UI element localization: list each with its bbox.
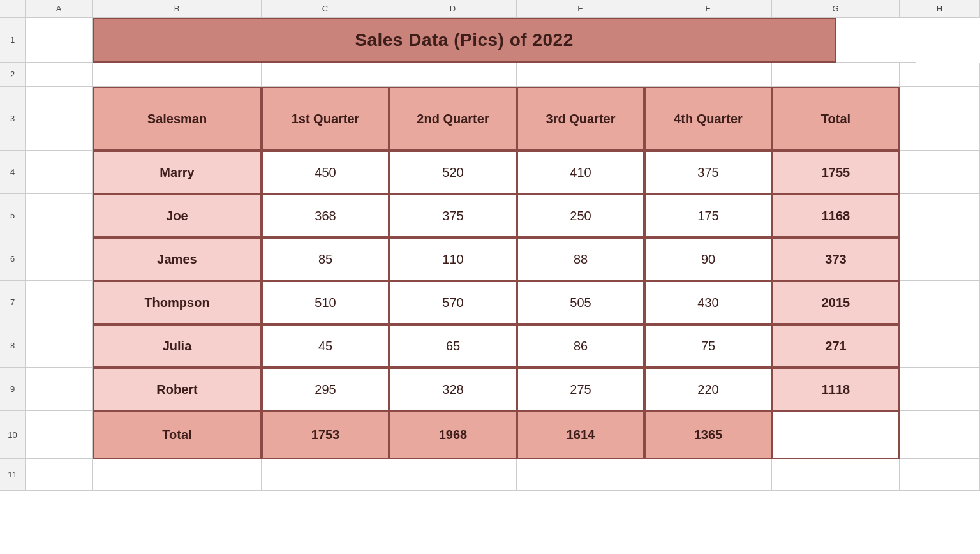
cell-q1-7[interactable]: 510 (262, 281, 389, 324)
cell-a4[interactable] (26, 151, 93, 194)
cell-salesman-6[interactable]: James (93, 237, 262, 281)
row-header-4: 4 (0, 151, 26, 194)
cell-h6[interactable] (900, 237, 980, 281)
cell-q3-9[interactable]: 275 (517, 368, 644, 411)
cell-b2[interactable] (93, 63, 262, 87)
cell-salesman-9[interactable]: Robert (93, 368, 262, 411)
cell-q1-6[interactable]: 85 (262, 237, 389, 281)
row-header-1: 1 (0, 18, 26, 63)
grid-row-5: 5 Joe 368 375 250 175 1168 (0, 194, 980, 237)
cell-q3-7[interactable]: 505 (517, 281, 644, 324)
cell-salesman-7[interactable]: Thompson (93, 281, 262, 324)
cell-q4-8[interactable]: 75 (644, 324, 772, 368)
cell-h3[interactable] (900, 87, 980, 151)
cell-q2-6[interactable]: 110 (389, 237, 517, 281)
cell-h8[interactable] (900, 324, 980, 368)
cell-h4[interactable] (900, 151, 980, 194)
cell-a5[interactable] (26, 194, 93, 237)
cell-q2-8[interactable]: 65 (389, 324, 517, 368)
cell-a2[interactable] (26, 63, 93, 87)
cell-f2[interactable] (644, 63, 772, 87)
row-header-5: 5 (0, 194, 26, 237)
grid-row-1: 1 Sales Data (Pics) of 2022 (0, 18, 980, 63)
cell-a1[interactable] (26, 18, 93, 63)
cell-h9[interactable] (900, 368, 980, 411)
corner-cell (0, 0, 26, 18)
cell-q4-9[interactable]: 220 (644, 368, 772, 411)
cell-a11[interactable] (26, 459, 93, 491)
cell-total-7[interactable]: 2015 (772, 281, 900, 324)
cell-h7[interactable] (900, 281, 980, 324)
cell-q3-4[interactable]: 410 (517, 151, 644, 194)
cell-h2[interactable] (900, 63, 980, 87)
cell-q3-5[interactable]: 250 (517, 194, 644, 237)
total-q4[interactable]: 1365 (644, 411, 772, 459)
cell-a10[interactable] (26, 411, 93, 459)
cell-total-8[interactable]: 271 (772, 324, 900, 368)
cell-q4-7[interactable]: 430 (644, 281, 772, 324)
cell-salesman-5[interactable]: Joe (93, 194, 262, 237)
total-q2[interactable]: 1968 (389, 411, 517, 459)
cell-h1[interactable] (836, 18, 916, 63)
cell-a9[interactable] (26, 368, 93, 411)
header-q3[interactable]: 3rd Quarter (517, 87, 644, 151)
header-q1[interactable]: 1st Quarter (262, 87, 389, 151)
cell-h10[interactable] (900, 411, 980, 459)
cell-h11[interactable] (900, 459, 980, 491)
cell-f11[interactable] (644, 459, 772, 491)
cell-q1-9[interactable]: 295 (262, 368, 389, 411)
cell-a7[interactable] (26, 281, 93, 324)
cell-salesman-8[interactable]: Julia (93, 324, 262, 368)
row-header-9: 9 (0, 368, 26, 411)
cell-e11[interactable] (517, 459, 644, 491)
cell-q2-7[interactable]: 570 (389, 281, 517, 324)
col-header-c: C (262, 0, 389, 18)
cell-total-5[interactable]: 1168 (772, 194, 900, 237)
cell-q3-6[interactable]: 88 (517, 237, 644, 281)
header-salesman[interactable]: Salesman (93, 87, 262, 151)
header-total[interactable]: Total (772, 87, 900, 151)
cell-salesman-4[interactable]: Marry (93, 151, 262, 194)
cell-q2-9[interactable]: 328 (389, 368, 517, 411)
cell-a3[interactable] (26, 87, 93, 151)
cell-c2[interactable] (262, 63, 389, 87)
cell-q1-8[interactable]: 45 (262, 324, 389, 368)
cell-a8[interactable] (26, 324, 93, 368)
title-cell[interactable]: Sales Data (Pics) of 2022 (93, 18, 836, 63)
col-header-d: D (389, 0, 517, 18)
cell-q1-4[interactable]: 450 (262, 151, 389, 194)
row-header-2: 2 (0, 63, 26, 87)
cell-total-4[interactable]: 1755 (772, 151, 900, 194)
column-headers-row: A B C D E F G H (0, 0, 980, 18)
cell-d11[interactable] (389, 459, 517, 491)
grid-row-11: 11 (0, 459, 980, 491)
cell-g11[interactable] (772, 459, 900, 491)
cell-q4-6[interactable]: 90 (644, 237, 772, 281)
cell-q4-4[interactable]: 375 (644, 151, 772, 194)
grid-row-8: 8 Julia 45 65 86 75 271 (0, 324, 980, 368)
header-q2[interactable]: 2nd Quarter (389, 87, 517, 151)
cell-g10[interactable] (772, 411, 900, 459)
cell-c11[interactable] (262, 459, 389, 491)
cell-h5[interactable] (900, 194, 980, 237)
cell-total-6[interactable]: 373 (772, 237, 900, 281)
total-q1[interactable]: 1753 (262, 411, 389, 459)
cell-b11[interactable] (93, 459, 262, 491)
grid-body: 1 Sales Data (Pics) of 2022 2 3 Salesman… (0, 18, 980, 554)
row-header-10: 10 (0, 411, 26, 459)
cell-q4-5[interactable]: 175 (644, 194, 772, 237)
cell-q1-5[interactable]: 368 (262, 194, 389, 237)
cell-q2-4[interactable]: 520 (389, 151, 517, 194)
total-label[interactable]: Total (93, 411, 262, 459)
cell-total-9[interactable]: 1118 (772, 368, 900, 411)
cell-d2[interactable] (389, 63, 517, 87)
total-q3[interactable]: 1614 (517, 411, 644, 459)
header-q4[interactable]: 4th Quarter (644, 87, 772, 151)
data-rows: 4 Marry 450 520 410 375 1755 5 Joe 368 3… (0, 151, 980, 411)
col-header-h: H (900, 0, 980, 18)
cell-g2[interactable] (772, 63, 900, 87)
cell-q2-5[interactable]: 375 (389, 194, 517, 237)
cell-a6[interactable] (26, 237, 93, 281)
cell-q3-8[interactable]: 86 (517, 324, 644, 368)
cell-e2[interactable] (517, 63, 644, 87)
